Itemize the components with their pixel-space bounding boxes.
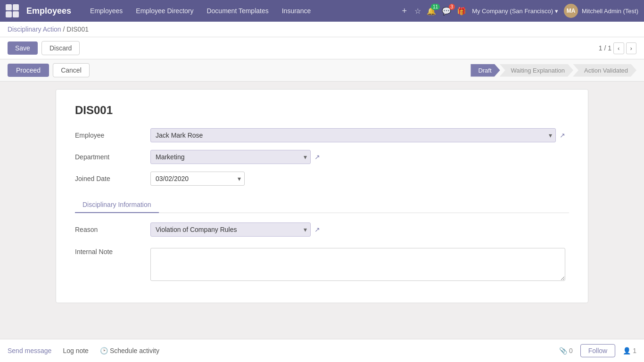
employee-control: Jack Mark Rose ↗	[150, 128, 565, 142]
employee-external-link-icon[interactable]: ↗	[560, 132, 565, 139]
avatar: MA	[564, 4, 578, 18]
nav-document-templates[interactable]: Document Templates	[201, 5, 274, 16]
company-selector[interactable]: My Company (San Francisco) ▾	[472, 8, 558, 15]
reason-select-wrapper: Violation of Company Rules	[150, 222, 311, 237]
internal-note-input[interactable]	[150, 248, 565, 281]
topnav-icons: ☆ 🔔 11 💬 3 🎁 My Company (San Francisco) …	[414, 4, 638, 18]
star-icon[interactable]: ☆	[414, 7, 421, 16]
employee-row: Employee Jack Mark Rose ↗	[75, 128, 569, 142]
department-external-link-icon[interactable]: ↗	[314, 153, 320, 161]
form-card: DIS001 Employee Jack Mark Rose ↗ Departm…	[56, 89, 588, 303]
discard-button[interactable]: Discard	[41, 41, 80, 55]
employee-select-wrapper: Jack Mark Rose	[150, 128, 556, 142]
tab-disciplinary-information[interactable]: Disciplinary Information	[75, 197, 159, 213]
prev-record-button[interactable]: ‹	[613, 42, 624, 54]
internal-note-row: Internal Note	[75, 248, 569, 281]
department-row: Department Marketing ↗	[75, 150, 569, 164]
joined-date-row: Joined Date	[75, 172, 569, 186]
department-control: Marketing ↗	[150, 150, 565, 164]
internal-note-label: Internal Note	[75, 248, 150, 255]
cancel-button[interactable]: Cancel	[53, 63, 90, 77]
top-navigation: Employees Employees Employee Directory D…	[0, 0, 644, 22]
toolbar: Save Discard 1 / 1 ‹ ›	[0, 37, 644, 59]
status-action-validated: Action Validated	[573, 64, 636, 77]
employee-select[interactable]: Jack Mark Rose	[150, 128, 556, 142]
internal-note-control	[150, 248, 565, 281]
department-label: Department	[75, 153, 150, 161]
notification-badge: 11	[431, 4, 440, 10]
joined-date-control	[150, 172, 565, 186]
proceed-button[interactable]: Proceed	[8, 64, 49, 77]
breadcrumb-parent[interactable]: Disciplinary Action	[8, 25, 61, 33]
status-bar: Draft Waiting Explanation Action Validat…	[471, 64, 636, 77]
record-counter: 1 / 1 ‹ ›	[599, 42, 636, 54]
department-select-wrapper: Marketing	[150, 150, 311, 164]
chat-icon[interactable]: 💬 3	[442, 7, 451, 16]
message-badge: 3	[449, 4, 455, 10]
breadcrumb-current: DIS001	[66, 25, 89, 33]
tab-bar: Disciplinary Information	[75, 197, 569, 213]
main-content: DIS001 Employee Jack Mark Rose ↗ Departm…	[0, 82, 644, 311]
chevron-down-icon: ▾	[555, 8, 558, 15]
reason-control: Violation of Company Rules ↗	[150, 222, 565, 237]
bell-icon[interactable]: 🔔 11	[427, 7, 436, 16]
joined-date-input[interactable]	[150, 172, 245, 186]
status-waiting-explanation: Waiting Explanation	[500, 64, 573, 77]
reason-label: Reason	[75, 226, 150, 233]
next-record-button[interactable]: ›	[626, 42, 636, 54]
employee-label: Employee	[75, 132, 150, 139]
reason-row: Reason Violation of Company Rules ↗	[75, 222, 569, 237]
gift-icon[interactable]: 🎁	[457, 7, 466, 16]
reason-select[interactable]: Violation of Company Rules	[150, 222, 311, 237]
user-menu[interactable]: MA Mitchell Admin (Test)	[564, 4, 638, 18]
status-draft: Draft	[471, 64, 500, 77]
nav-menu: Employees Employee Directory Document Te…	[84, 5, 395, 16]
breadcrumb: Disciplinary Action / DIS001	[0, 22, 644, 37]
department-select[interactable]: Marketing	[150, 150, 311, 164]
joined-date-wrapper	[150, 172, 245, 186]
action-bar: Proceed Cancel Draft Waiting Explanation…	[0, 59, 644, 82]
nav-insurance[interactable]: Insurance	[276, 5, 316, 16]
reason-external-link-icon[interactable]: ↗	[314, 226, 320, 233]
nav-employee-directory[interactable]: Employee Directory	[130, 5, 199, 16]
record-id: DIS001	[75, 104, 569, 117]
add-menu-button[interactable]: +	[398, 6, 411, 16]
app-logo[interactable]	[6, 4, 19, 17]
save-button[interactable]: Save	[8, 41, 38, 55]
nav-employees[interactable]: Employees	[84, 5, 128, 16]
app-title: Employees	[26, 6, 71, 16]
joined-date-label: Joined Date	[75, 175, 150, 182]
